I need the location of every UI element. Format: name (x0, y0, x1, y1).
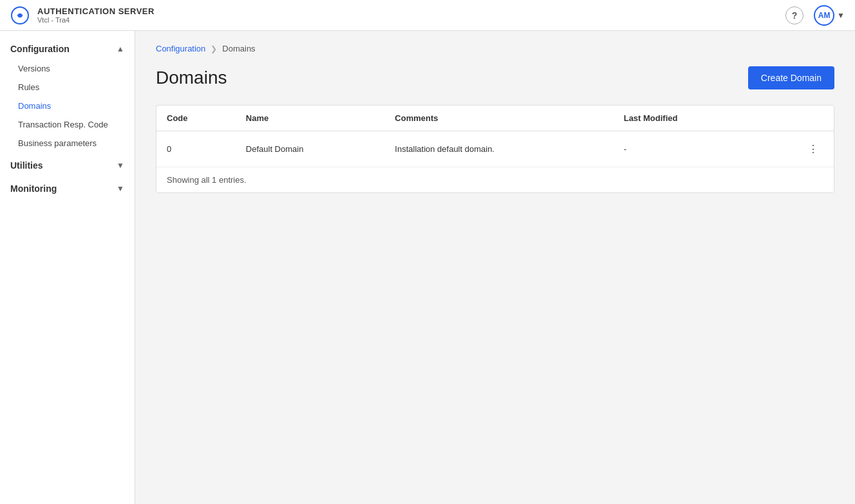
app-title-sub: Vtcl - Tra4 (37, 16, 155, 24)
create-domain-button[interactable]: Create Domain (748, 66, 834, 89)
breadcrumb: Configuration ❯ Domains (156, 44, 834, 53)
domains-table-container: Code Name Comments Last Modified 0 Defau… (156, 105, 834, 193)
sidebar-section-utilities-header[interactable]: Utilities ▼ (0, 155, 135, 176)
sidebar: Configuration ▲ Versions Rules Domains T… (0, 31, 135, 504)
breadcrumb-separator-icon: ❯ (211, 44, 217, 53)
breadcrumb-current: Domains (222, 44, 255, 53)
table-body: 0 Default Domain Installation default do… (156, 131, 834, 167)
page-title: Domains (156, 68, 227, 88)
app-title: AUTHENTICATION SERVER Vtcl - Tra4 (37, 6, 155, 24)
sidebar-item-versions[interactable]: Versions (0, 59, 135, 78)
table-row: 0 Default Domain Installation default do… (156, 131, 834, 167)
user-menu-chevron-icon: ▼ (837, 11, 845, 20)
sidebar-item-rules[interactable]: Rules (0, 78, 135, 97)
sidebar-section-utilities: Utilities ▼ (0, 155, 135, 176)
sidebar-item-business-parameters[interactable]: Business parameters (0, 134, 135, 153)
table-header: Code Name Comments Last Modified (156, 106, 834, 131)
col-header-code: Code (156, 106, 236, 131)
help-button[interactable]: ? (785, 6, 803, 24)
cell-comments: Installation default domain. (384, 131, 613, 167)
user-menu[interactable]: AM ▼ (814, 5, 845, 26)
app-title-main: AUTHENTICATION SERVER (37, 6, 155, 16)
col-header-last-modified: Last Modified (614, 106, 755, 131)
top-header: AUTHENTICATION SERVER Vtcl - Tra4 ? AM ▼ (0, 0, 855, 31)
page-header: Domains Create Domain (156, 66, 834, 89)
cell-code: 0 (156, 131, 236, 167)
layout: Configuration ▲ Versions Rules Domains T… (0, 31, 855, 504)
main-content: Configuration ❯ Domains Domains Create D… (135, 31, 855, 504)
sidebar-item-transaction-resp-code[interactable]: Transaction Resp. Code (0, 115, 135, 134)
sidebar-section-utilities-label: Utilities (10, 160, 43, 171)
configuration-chevron-icon: ▲ (117, 44, 124, 53)
sidebar-section-configuration: Configuration ▲ Versions Rules Domains T… (0, 39, 135, 153)
cell-actions: ⋮ (755, 131, 834, 167)
domains-table: Code Name Comments Last Modified 0 Defau… (156, 106, 834, 167)
table-header-row: Code Name Comments Last Modified (156, 106, 834, 131)
sidebar-section-configuration-label: Configuration (10, 44, 70, 54)
col-header-actions (755, 106, 834, 131)
breadcrumb-configuration-link[interactable]: Configuration (156, 44, 205, 53)
monitoring-chevron-icon: ▼ (117, 184, 124, 193)
sidebar-item-domains[interactable]: Domains (0, 97, 135, 115)
sidebar-section-monitoring-header[interactable]: Monitoring ▼ (0, 178, 135, 199)
sidebar-section-monitoring-label: Monitoring (10, 183, 57, 194)
cell-last-modified: - (614, 131, 755, 167)
table-footer: Showing all 1 entries. (156, 167, 834, 192)
utilities-chevron-icon: ▼ (117, 161, 124, 170)
user-avatar: AM (814, 5, 834, 26)
sidebar-section-configuration-header[interactable]: Configuration ▲ (0, 39, 135, 59)
col-header-name: Name (236, 106, 385, 131)
header-left: AUTHENTICATION SERVER Vtcl - Tra4 (10, 6, 155, 25)
header-right: ? AM ▼ (785, 5, 845, 26)
col-header-comments: Comments (384, 106, 613, 131)
app-logo-icon (10, 6, 30, 25)
cell-name: Default Domain (236, 131, 385, 167)
svg-point-1 (18, 14, 22, 17)
sidebar-section-monitoring: Monitoring ▼ (0, 178, 135, 199)
row-actions-button[interactable]: ⋮ (803, 140, 823, 158)
